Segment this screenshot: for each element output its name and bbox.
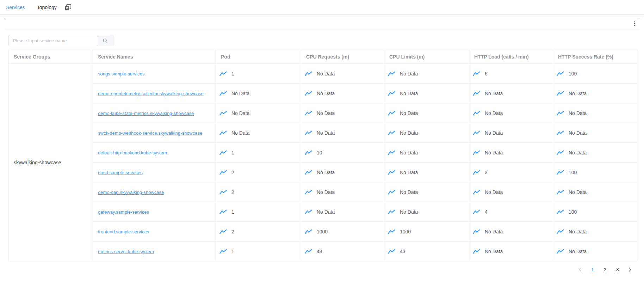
line-chart-icon xyxy=(388,209,395,214)
line-chart-icon xyxy=(305,170,312,175)
line-chart-icon xyxy=(473,130,480,135)
service-name-link[interactable]: swck-demo-webhook-service.skywalking-sho… xyxy=(98,130,202,136)
line-chart-icon xyxy=(219,190,227,195)
service-name-cell: metrics-server.kube-system xyxy=(93,242,216,261)
service-name-link[interactable]: demo-opentelemetry-collector.skywalking-… xyxy=(98,91,204,96)
metric-value: No Data xyxy=(317,189,335,195)
metric-value: No Data xyxy=(569,249,587,254)
service-name-link[interactable]: frontend.sample-services xyxy=(98,229,149,234)
metric-value: No Data xyxy=(400,91,418,96)
metric-value: 1 xyxy=(231,209,234,215)
table-row: demo-opentelemetry-collector.skywalking-… xyxy=(9,84,637,103)
line-chart-icon xyxy=(473,150,480,155)
service-name-link[interactable]: demo-oap.skywalking-showcase xyxy=(98,190,164,195)
cpu-limits-cell: No Data xyxy=(384,64,469,84)
cpu-limits-cell: No Data xyxy=(384,103,469,123)
service-name-cell: demo-opentelemetry-collector.skywalking-… xyxy=(93,84,216,103)
line-chart-icon xyxy=(473,111,480,116)
chevron-left-icon xyxy=(578,267,582,272)
http-success-rate-cell: No Data xyxy=(553,123,637,143)
service-name-cell: default-http-backend.kube-system xyxy=(93,143,216,163)
cpu-requests-cell: No Data xyxy=(301,64,384,84)
http-load-cell: 6 xyxy=(469,64,553,84)
line-chart-icon xyxy=(388,111,395,116)
cpu-requests-cell: No Data xyxy=(301,182,384,202)
metric-value: 100 xyxy=(569,71,577,77)
table-row: metrics-server.kube-system14843No DataNo… xyxy=(9,242,637,261)
http-load-cell: No Data xyxy=(469,143,553,163)
pod-cell: No Data xyxy=(216,123,301,143)
line-chart-icon xyxy=(388,190,395,195)
service-name-link[interactable]: default-http-backend.kube-system xyxy=(98,150,167,155)
service-search-group xyxy=(8,35,113,46)
metric-value: 1 xyxy=(231,71,234,77)
metric-value: No Data xyxy=(400,189,418,195)
line-chart-icon xyxy=(388,170,395,175)
line-chart-icon xyxy=(473,91,480,96)
pagination-next-button[interactable] xyxy=(624,265,637,273)
line-chart-icon xyxy=(388,150,395,155)
metric-value: 2 xyxy=(231,170,234,175)
line-chart-icon xyxy=(388,91,395,96)
pod-cell: 1 xyxy=(216,202,301,222)
metric-value: 2 xyxy=(231,189,234,195)
line-chart-icon xyxy=(219,229,227,234)
table-row: skywalking-showcasesongs.sample-services… xyxy=(9,64,637,84)
cpu-requests-cell: No Data xyxy=(301,163,384,182)
table-body: skywalking-showcasesongs.sample-services… xyxy=(9,64,637,261)
service-name-cell: frontend.sample-services xyxy=(93,222,216,242)
line-chart-icon xyxy=(305,111,312,116)
search-input[interactable] xyxy=(8,35,97,46)
pagination-prev-button[interactable] xyxy=(574,265,587,273)
metric-value: No Data xyxy=(569,110,587,116)
tab-topology[interactable]: Topology xyxy=(37,5,57,10)
line-chart-icon xyxy=(557,190,564,195)
metric-value: No Data xyxy=(485,110,503,116)
pod-cell: 2 xyxy=(216,163,301,182)
metric-value: No Data xyxy=(317,130,335,136)
metric-value: 2 xyxy=(231,229,234,234)
cpu-limits-cell: No Data xyxy=(384,84,469,103)
kebab-menu-icon[interactable] xyxy=(633,20,636,27)
http-success-rate-cell: No Data xyxy=(553,222,637,242)
table-row: default-http-backend.kube-system110No Da… xyxy=(9,143,637,163)
pod-cell: 2 xyxy=(216,222,301,242)
metric-value: No Data xyxy=(317,209,335,215)
line-chart-icon xyxy=(219,150,227,155)
metric-value: 10 xyxy=(317,150,322,155)
line-chart-icon xyxy=(219,130,227,135)
service-name-link[interactable]: metrics-server.kube-system xyxy=(98,249,154,254)
http-success-rate-cell: No Data xyxy=(553,143,637,163)
cpu-limits-cell: 1000 xyxy=(384,222,469,242)
search-button[interactable] xyxy=(97,35,113,46)
panel-header xyxy=(4,18,640,29)
cpu-requests-cell: 1000 xyxy=(301,222,384,242)
col-header-http-success: HTTP Success Rate (%) xyxy=(553,50,637,64)
pagination-page-2[interactable]: 2 xyxy=(599,265,612,273)
col-header-service-groups: Service Groups xyxy=(9,50,93,64)
metric-value: No Data xyxy=(400,71,418,77)
service-name-link[interactable]: rcmd.sample-services xyxy=(98,170,142,175)
metric-value: No Data xyxy=(569,150,587,155)
metric-value: No Data xyxy=(317,110,335,116)
table-row: frontend.sample-services210001000No Data… xyxy=(9,222,637,242)
tab-services[interactable]: Services xyxy=(6,5,25,10)
service-name-cell: rcmd.sample-services xyxy=(93,163,216,182)
metric-value: No Data xyxy=(485,150,503,155)
line-chart-icon xyxy=(219,111,227,116)
service-name-link[interactable]: gateway.sample-services xyxy=(98,209,149,215)
pagination-page-1[interactable]: 1 xyxy=(586,265,599,273)
metric-value: No Data xyxy=(485,229,503,234)
http-success-rate-cell: No Data xyxy=(553,242,637,261)
service-name-link[interactable]: songs.sample-services xyxy=(98,71,144,77)
cpu-limits-cell: No Data xyxy=(384,123,469,143)
pod-cell: No Data xyxy=(216,103,301,123)
service-name-link[interactable]: demo-kube-state-metrics.skywalking-showc… xyxy=(98,111,194,116)
copy-document-icon[interactable] xyxy=(64,4,72,11)
metric-value: No Data xyxy=(400,110,418,116)
http-load-cell: No Data xyxy=(469,84,553,103)
pod-cell: 2 xyxy=(216,182,301,202)
metric-value: 3 xyxy=(485,170,488,175)
line-chart-icon xyxy=(388,71,395,76)
pagination-page-3[interactable]: 3 xyxy=(611,265,624,273)
